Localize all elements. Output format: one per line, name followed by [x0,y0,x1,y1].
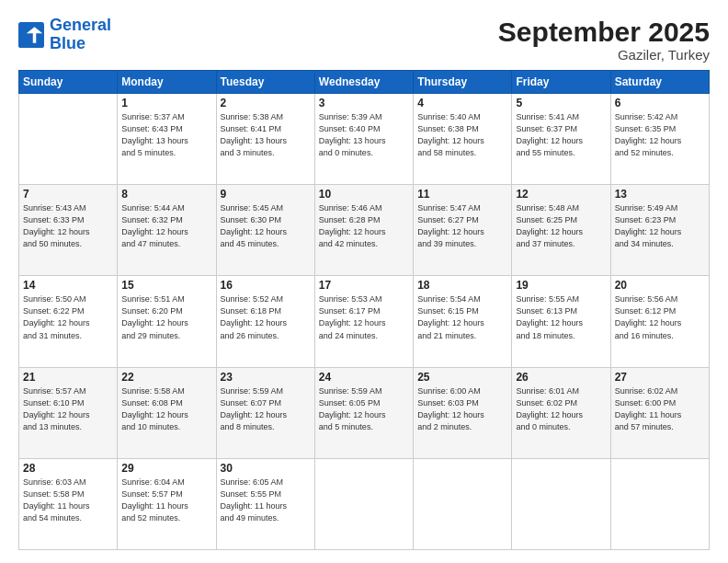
day-info: Sunrise: 5:50 AM Sunset: 6:22 PM Dayligh… [23,293,113,341]
table-row: 22Sunrise: 5:58 AM Sunset: 6:08 PM Dayli… [118,367,216,458]
day-info: Sunrise: 5:59 AM Sunset: 6:05 PM Dayligh… [319,385,409,433]
day-number: 4 [417,97,507,109]
calendar-week-row: 21Sunrise: 5:57 AM Sunset: 6:10 PM Dayli… [19,367,710,458]
day-info: Sunrise: 5:57 AM Sunset: 6:10 PM Dayligh… [23,385,113,433]
svg-rect-0 [18,22,44,48]
day-number: 1 [121,97,211,109]
table-row: 12Sunrise: 5:48 AM Sunset: 6:25 PM Dayli… [512,185,610,276]
table-row [512,458,610,549]
day-number: 29 [121,462,211,475]
day-info: Sunrise: 5:46 AM Sunset: 6:28 PM Dayligh… [319,202,409,250]
day-number: 5 [516,97,606,109]
day-info: Sunrise: 5:38 AM Sunset: 6:41 PM Dayligh… [221,111,311,159]
day-number: 6 [615,97,705,109]
day-info: Sunrise: 5:53 AM Sunset: 6:17 PM Dayligh… [319,293,409,341]
table-row: 13Sunrise: 5:49 AM Sunset: 6:23 PM Dayli… [610,185,709,276]
table-row: 8Sunrise: 5:44 AM Sunset: 6:32 PM Daylig… [118,185,216,276]
col-monday: Monday [118,71,216,94]
table-row: 26Sunrise: 6:01 AM Sunset: 6:02 PM Dayli… [512,367,610,458]
day-info: Sunrise: 5:58 AM Sunset: 6:08 PM Dayligh… [121,385,211,433]
day-number: 30 [221,462,311,475]
day-info: Sunrise: 5:51 AM Sunset: 6:20 PM Dayligh… [121,293,211,341]
calendar-header-row: Sunday Monday Tuesday Wednesday Thursday… [19,71,710,94]
table-row: 18Sunrise: 5:54 AM Sunset: 6:15 PM Dayli… [414,276,512,367]
day-info: Sunrise: 5:59 AM Sunset: 6:07 PM Dayligh… [221,385,311,433]
calendar-week-row: 7Sunrise: 5:43 AM Sunset: 6:33 PM Daylig… [19,185,710,276]
calendar-week-row: 14Sunrise: 5:50 AM Sunset: 6:22 PM Dayli… [19,276,710,367]
day-number: 21 [23,371,113,384]
day-number: 13 [615,188,705,201]
day-number: 26 [516,371,606,384]
table-row: 3Sunrise: 5:39 AM Sunset: 6:40 PM Daylig… [314,94,413,185]
calendar-table: Sunday Monday Tuesday Wednesday Thursday… [18,70,710,550]
table-row: 28Sunrise: 6:03 AM Sunset: 5:58 PM Dayli… [19,458,118,549]
table-row: 29Sunrise: 6:04 AM Sunset: 5:57 PM Dayli… [118,458,216,549]
table-row: 15Sunrise: 5:51 AM Sunset: 6:20 PM Dayli… [118,276,216,367]
table-row [414,458,512,549]
day-number: 22 [121,371,211,384]
page: General Blue September 2025 Gaziler, Tur… [0,0,728,563]
day-number: 12 [516,188,606,201]
day-info: Sunrise: 5:48 AM Sunset: 6:25 PM Dayligh… [516,202,606,250]
logo-text: General Blue [50,17,111,53]
day-info: Sunrise: 6:04 AM Sunset: 5:57 PM Dayligh… [121,477,211,524]
table-row: 23Sunrise: 5:59 AM Sunset: 6:07 PM Dayli… [216,367,314,458]
table-row: 6Sunrise: 5:42 AM Sunset: 6:35 PM Daylig… [610,94,709,185]
table-row: 25Sunrise: 6:00 AM Sunset: 6:03 PM Dayli… [414,367,512,458]
calendar-title: September 2025 [498,17,710,47]
day-info: Sunrise: 5:44 AM Sunset: 6:32 PM Dayligh… [121,202,211,250]
day-info: Sunrise: 5:43 AM Sunset: 6:33 PM Dayligh… [23,202,113,250]
day-number: 19 [516,279,606,292]
day-info: Sunrise: 5:52 AM Sunset: 6:18 PM Dayligh… [221,293,311,341]
day-info: Sunrise: 6:02 AM Sunset: 6:00 PM Dayligh… [615,385,705,433]
day-number: 15 [121,279,211,292]
table-row: 16Sunrise: 5:52 AM Sunset: 6:18 PM Dayli… [216,276,314,367]
table-row: 27Sunrise: 6:02 AM Sunset: 6:00 PM Dayli… [610,367,709,458]
day-info: Sunrise: 5:54 AM Sunset: 6:15 PM Dayligh… [417,293,507,341]
col-tuesday: Tuesday [216,71,314,94]
table-row [610,458,709,549]
table-row [19,94,118,185]
day-info: Sunrise: 5:49 AM Sunset: 6:23 PM Dayligh… [615,202,705,250]
col-wednesday: Wednesday [314,71,413,94]
day-number: 9 [221,188,311,201]
day-number: 24 [319,371,409,384]
table-row [314,458,413,549]
table-row: 7Sunrise: 5:43 AM Sunset: 6:33 PM Daylig… [19,185,118,276]
day-number: 28 [23,462,113,475]
day-info: Sunrise: 5:55 AM Sunset: 6:13 PM Dayligh… [516,293,606,341]
day-info: Sunrise: 5:45 AM Sunset: 6:30 PM Dayligh… [221,202,311,250]
day-number: 11 [417,188,507,201]
day-number: 16 [221,279,311,292]
day-number: 3 [319,97,409,109]
table-row: 20Sunrise: 5:56 AM Sunset: 6:12 PM Dayli… [610,276,709,367]
day-info: Sunrise: 5:39 AM Sunset: 6:40 PM Dayligh… [319,111,409,159]
table-row: 24Sunrise: 5:59 AM Sunset: 6:05 PM Dayli… [314,367,413,458]
day-number: 27 [615,371,705,384]
day-info: Sunrise: 6:03 AM Sunset: 5:58 PM Dayligh… [23,477,113,524]
day-number: 23 [221,371,311,384]
day-info: Sunrise: 6:00 AM Sunset: 6:03 PM Dayligh… [417,385,507,433]
day-info: Sunrise: 5:40 AM Sunset: 6:38 PM Dayligh… [417,111,507,159]
table-row: 4Sunrise: 5:40 AM Sunset: 6:38 PM Daylig… [414,94,512,185]
day-info: Sunrise: 5:47 AM Sunset: 6:27 PM Dayligh… [417,202,507,250]
day-info: Sunrise: 5:37 AM Sunset: 6:43 PM Dayligh… [121,111,211,159]
col-saturday: Saturday [610,71,709,94]
table-row: 11Sunrise: 5:47 AM Sunset: 6:27 PM Dayli… [414,185,512,276]
day-number: 18 [417,279,507,292]
table-row: 2Sunrise: 5:38 AM Sunset: 6:41 PM Daylig… [216,94,314,185]
table-row: 30Sunrise: 6:05 AM Sunset: 5:55 PM Dayli… [216,458,314,549]
table-row: 17Sunrise: 5:53 AM Sunset: 6:17 PM Dayli… [314,276,413,367]
col-thursday: Thursday [414,71,512,94]
table-row: 14Sunrise: 5:50 AM Sunset: 6:22 PM Dayli… [19,276,118,367]
table-row: 21Sunrise: 5:57 AM Sunset: 6:10 PM Dayli… [19,367,118,458]
calendar-week-row: 28Sunrise: 6:03 AM Sunset: 5:58 PM Dayli… [19,458,710,549]
title-block: September 2025 Gaziler, Turkey [498,17,710,63]
table-row: 9Sunrise: 5:45 AM Sunset: 6:30 PM Daylig… [216,185,314,276]
day-info: Sunrise: 5:41 AM Sunset: 6:37 PM Dayligh… [516,111,606,159]
col-friday: Friday [512,71,610,94]
calendar-week-row: 1Sunrise: 5:37 AM Sunset: 6:43 PM Daylig… [19,94,710,185]
day-number: 20 [615,279,705,292]
day-info: Sunrise: 5:42 AM Sunset: 6:35 PM Dayligh… [615,111,705,159]
table-row: 10Sunrise: 5:46 AM Sunset: 6:28 PM Dayli… [314,185,413,276]
